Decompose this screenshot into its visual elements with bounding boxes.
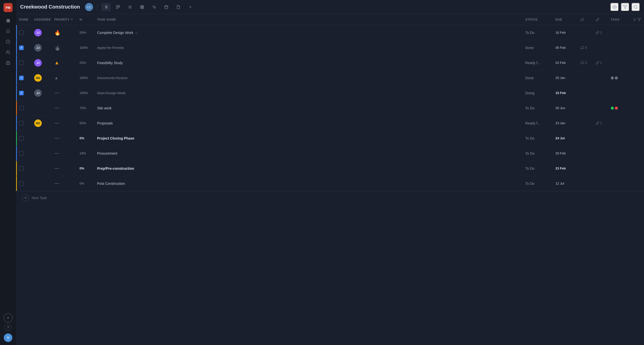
- priority-sort-icon: ▼: [71, 18, 73, 21]
- task-checkbox[interactable]: [19, 136, 24, 141]
- dash-priority-icon: [54, 123, 59, 123]
- svg-point-25: [614, 6, 615, 8]
- row-left-border: [16, 25, 17, 40]
- main-content: Creekwood Construction CC +: [16, 0, 644, 345]
- task-checkbox[interactable]: [19, 46, 24, 50]
- task-rows: JJ🔥50%Complete Design Work ◇To Do16 Feb2…: [16, 25, 644, 191]
- col-priority[interactable]: PRIORITY ▼: [54, 18, 79, 21]
- task-percent: 25%: [79, 61, 86, 65]
- sidebar-item-work[interactable]: [4, 58, 13, 67]
- app-logo[interactable]: PM: [4, 3, 13, 12]
- task-percent: 75%: [79, 106, 86, 110]
- task-tags: [611, 107, 641, 110]
- assignee-avatar: MS: [34, 119, 42, 127]
- sidebar-item-users[interactable]: [4, 48, 13, 57]
- comments-count: 5: [585, 46, 587, 50]
- tag-dot: [615, 107, 618, 110]
- comments-count: 3: [585, 61, 587, 65]
- svg-marker-35: [638, 18, 641, 21]
- table-row[interactable]: JJ🔥50%Complete Design Work ◇To Do16 Feb2: [16, 25, 644, 40]
- task-checkbox[interactable]: [19, 166, 24, 171]
- priority-cell: [54, 183, 79, 184]
- sidebar-add-btn[interactable]: +: [4, 313, 13, 322]
- table-row[interactable]: 0%Project Closing PhaseTo Do24 Jul: [16, 131, 644, 146]
- table-row[interactable]: 0%Prep/Pre-constructionTo Do23 Feb: [16, 161, 644, 176]
- row-left-border: [16, 131, 17, 146]
- board-view-btn[interactable]: [113, 3, 123, 11]
- task-name[interactable]: Documents Review: [97, 76, 128, 80]
- task-status: To Do: [525, 182, 535, 186]
- doc-view-btn[interactable]: [174, 3, 183, 11]
- table-row[interactable]: MS▲100%Documents ReviewDone25 Jan: [16, 70, 644, 85]
- column-headers: DONE ASSIGNEE PRIORITY ▼ % TASK NAME STA…: [16, 14, 644, 25]
- row-left-border: [16, 101, 17, 115]
- task-percent: 50%: [79, 121, 86, 125]
- header-right: [610, 3, 640, 11]
- task-links: 2: [596, 31, 611, 34]
- task-checkbox[interactable]: [19, 30, 24, 35]
- add-task-row[interactable]: + New Task: [16, 191, 644, 204]
- priority-cell: [54, 153, 79, 154]
- table-row[interactable]: JJ🔥100%Apply for PermitsDone06 Feb5: [16, 40, 644, 55]
- watch-btn[interactable]: [610, 3, 619, 11]
- task-due-date: 23 Feb: [555, 166, 566, 170]
- task-checkbox[interactable]: [19, 151, 24, 156]
- filter-btn[interactable]: [621, 3, 629, 11]
- task-due-date: 24 Jul: [555, 136, 565, 140]
- sidebar-user-avatar[interactable]: U: [4, 333, 12, 342]
- links-count: 1: [600, 61, 602, 65]
- table-row[interactable]: 0%Post ConstructionTo Do12 Jul: [16, 176, 644, 191]
- table-row[interactable]: JJ100%Start Design WorkDoing15 Feb: [16, 85, 644, 101]
- svg-rect-12: [118, 6, 119, 7]
- table-row[interactable]: 75%Site workTo Do30 Jun: [16, 101, 644, 116]
- task-status: Ready f...: [525, 61, 540, 65]
- table-row[interactable]: 19%ProcurementTo Do20 Feb: [16, 146, 644, 161]
- add-view-btn[interactable]: +: [186, 3, 195, 11]
- priority-cell: [54, 123, 79, 123]
- svg-point-1: [7, 51, 8, 52]
- search-btn[interactable]: [631, 3, 640, 11]
- dash-priority-icon: [54, 138, 59, 139]
- links-count: 2: [600, 31, 602, 34]
- task-name[interactable]: Post Construction: [97, 182, 125, 186]
- sidebar-item-home[interactable]: ⊞: [4, 16, 13, 25]
- priority-cell: [54, 168, 79, 169]
- task-checkbox[interactable]: [19, 91, 24, 95]
- table-row[interactable]: JJ▲25%Feasibility StudyReady f...02 Feb3…: [16, 55, 644, 70]
- task-checkbox[interactable]: [19, 76, 24, 80]
- task-table: DONE ASSIGNEE PRIORITY ▼ % TASK NAME STA…: [16, 14, 644, 345]
- task-checkbox[interactable]: [19, 121, 24, 125]
- task-name[interactable]: Feasibility Study: [97, 61, 123, 65]
- task-name[interactable]: Site work: [97, 106, 112, 110]
- svg-rect-2: [6, 62, 10, 65]
- priority-cell: ▲: [54, 60, 79, 66]
- table-row[interactable]: MS50%ProposalsReady f...23 Jan1: [16, 116, 644, 131]
- sidebar-item-time[interactable]: [4, 37, 13, 46]
- sidebar-item-notifications[interactable]: [4, 27, 13, 36]
- task-links: 1: [596, 61, 611, 65]
- task-status: Done: [525, 76, 534, 80]
- activity-view-btn[interactable]: [150, 3, 159, 11]
- diamond-icon: ◇: [135, 31, 138, 34]
- row-left-border: [16, 55, 17, 70]
- task-name[interactable]: Project Closing Phase: [97, 136, 134, 140]
- task-percent: 0%: [79, 182, 84, 185]
- task-name[interactable]: Complete Design Work ◇: [97, 31, 138, 35]
- sidebar-help-icon[interactable]: ?: [5, 324, 12, 331]
- row-left-border: [16, 116, 17, 131]
- table-view-btn[interactable]: [138, 3, 147, 11]
- task-name[interactable]: Apply for Permits: [97, 46, 124, 50]
- gantt-view-btn[interactable]: [126, 3, 135, 11]
- list-view-btn[interactable]: [101, 3, 110, 11]
- task-name[interactable]: Proposals: [97, 121, 113, 125]
- task-checkbox[interactable]: [19, 106, 24, 110]
- task-name[interactable]: Start Design Work: [97, 91, 126, 95]
- svg-line-28: [636, 8, 637, 9]
- assignee-avatar: MS: [34, 74, 42, 82]
- calendar-view-btn[interactable]: [162, 3, 171, 11]
- task-name[interactable]: Prep/Pre-construction: [97, 166, 134, 170]
- task-name[interactable]: Procurement: [97, 151, 117, 155]
- svg-marker-26: [623, 5, 627, 9]
- task-checkbox[interactable]: [19, 61, 24, 65]
- task-checkbox[interactable]: [19, 181, 24, 186]
